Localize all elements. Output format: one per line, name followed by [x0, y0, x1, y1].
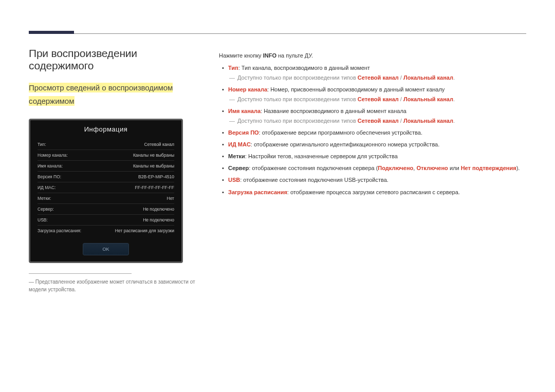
info-key: Имя канала: — [38, 163, 63, 169]
info-row: Загрузка расписания:Нет расписания для з… — [38, 226, 174, 236]
footnote-rule — [29, 273, 132, 274]
item-label: Метки — [228, 153, 245, 159]
page: При воспроизведении содержимого Просмотр… — [0, 0, 555, 293]
info-value: B2B-EP-MIP-4510 — [138, 174, 174, 179]
info-row: Тип:Сетевой канал — [38, 139, 174, 150]
info-key: Номер канала: — [38, 153, 68, 158]
highlighted-subheading: Просмотр сведений о воспроизводимом соде… — [29, 83, 173, 106]
info-value: Каналы не выбраны — [133, 163, 174, 169]
info-key: Загрузка расписания: — [38, 228, 81, 233]
item-label: ИД MAC — [228, 141, 251, 147]
item-label: Загрузка расписания — [228, 189, 287, 195]
info-key: USB: — [38, 217, 48, 222]
info-row: Имя канала:Каналы не выбраны — [38, 161, 174, 172]
top-divider — [29, 23, 526, 34]
info-key: Версия ПО: — [38, 174, 61, 179]
info-key: ИД MAC: — [38, 185, 55, 190]
item-label: Номер канала — [228, 86, 267, 92]
intro-line: Нажмите кнопку INFO на пульте ДУ. — [219, 52, 526, 59]
page-heading: При воспроизведении содержимого — [29, 47, 198, 72]
info-panel-title: Информация — [30, 120, 181, 139]
list-item: USB: отображение состояния подключения U… — [219, 176, 526, 184]
item-subnote: Доступно только при воспроизведении типо… — [228, 73, 526, 82]
info-panel: Информация Тип:Сетевой канал Номер канал… — [29, 119, 183, 263]
info-panel-body: Тип:Сетевой канал Номер канала:Каналы не… — [30, 139, 181, 236]
info-value: Сетевой канал — [144, 142, 174, 147]
info-row: Версия ПО:B2B-EP-MIP-4510 — [38, 172, 174, 182]
item-label: Тип — [228, 65, 238, 71]
info-key: Сервер: — [38, 207, 54, 212]
ok-button-wrap: OK — [30, 243, 181, 255]
list-item: Тип: Тип канала, воспроизводимого в данн… — [219, 64, 526, 82]
info-value: Каналы не выбраны — [133, 153, 174, 158]
intro-pre: Нажмите кнопку — [219, 52, 263, 59]
item-subnote: Доступно только при воспроизведении типо… — [228, 117, 526, 125]
item-text: : отображение версии программного обеспе… — [259, 129, 422, 136]
intro-bold: INFO — [263, 52, 276, 59]
item-label: USB — [228, 177, 240, 183]
intro-post: на пульте ДУ. — [276, 52, 313, 59]
two-column-layout: При воспроизведении содержимого Просмотр… — [29, 47, 526, 293]
info-row: ИД MAC:FF-FF-FF-FF-FF-FF — [38, 182, 174, 193]
info-row: Сервер:Не подключено — [38, 204, 174, 215]
item-text: : Номер, присвоенный воспроизводимому в … — [267, 86, 445, 92]
description-list: Тип: Тип канала, воспроизводимого в данн… — [219, 64, 526, 197]
info-value: Не подключено — [143, 207, 174, 212]
info-key: Метки: — [38, 196, 51, 201]
list-item: Метки: Настройки тегов, назначенные серв… — [219, 152, 526, 161]
list-item: Сервер: отображение состояния подключени… — [219, 164, 526, 173]
list-item: ИД MAC: отображение оригинального иденти… — [219, 140, 526, 149]
item-text: : отображение процесса загрузки сетевого… — [287, 189, 460, 195]
info-row: Метки:Нет — [38, 193, 174, 204]
info-value: Не подключено — [143, 217, 174, 222]
item-text: : Настройки тегов, назначенные сервером … — [245, 153, 398, 159]
right-column: Нажмите кнопку INFO на пульте ДУ. Тип: Т… — [219, 47, 526, 293]
ok-button[interactable]: OK — [83, 243, 129, 255]
list-item: Имя канала: Название воспроизводимого в … — [219, 107, 526, 125]
item-label: Версия ПО — [228, 129, 259, 136]
list-item: Номер канала: Номер, присвоенный воспрои… — [219, 85, 526, 104]
item-subnote: Доступно только при воспроизведении типо… — [228, 95, 526, 104]
footnote-text: Представленное изображение может отличат… — [29, 278, 198, 293]
list-item: Версия ПО: отображение версии программно… — [219, 128, 526, 137]
item-text: : отображение состояния подключения USB-… — [240, 177, 388, 183]
info-key: Тип: — [38, 142, 46, 147]
item-text: : отображение состояния подключения серв… — [249, 165, 378, 171]
item-label: Имя канала — [228, 108, 261, 114]
info-row: USB:Не подключено — [38, 215, 174, 226]
info-value: Нет — [167, 196, 174, 201]
list-item: Загрузка расписания: отображение процесс… — [219, 188, 526, 197]
info-value: Нет расписания для загрузки — [115, 228, 174, 233]
info-value: FF-FF-FF-FF-FF-FF — [135, 185, 174, 190]
left-column: При воспроизведении содержимого Просмотр… — [29, 47, 198, 293]
accent-bar — [29, 31, 74, 34]
info-row: Номер канала:Каналы не выбраны — [38, 150, 174, 161]
item-label: Сервер — [228, 165, 249, 171]
item-text: : Название воспроизводимого в данный мом… — [261, 108, 406, 114]
highlighted-subheading-wrap: Просмотр сведений о воспроизводимом соде… — [29, 81, 193, 107]
item-text: : Тип канала, воспроизводимого в данный … — [238, 65, 370, 71]
item-text: : отображение оригинального идентификаци… — [251, 141, 439, 147]
